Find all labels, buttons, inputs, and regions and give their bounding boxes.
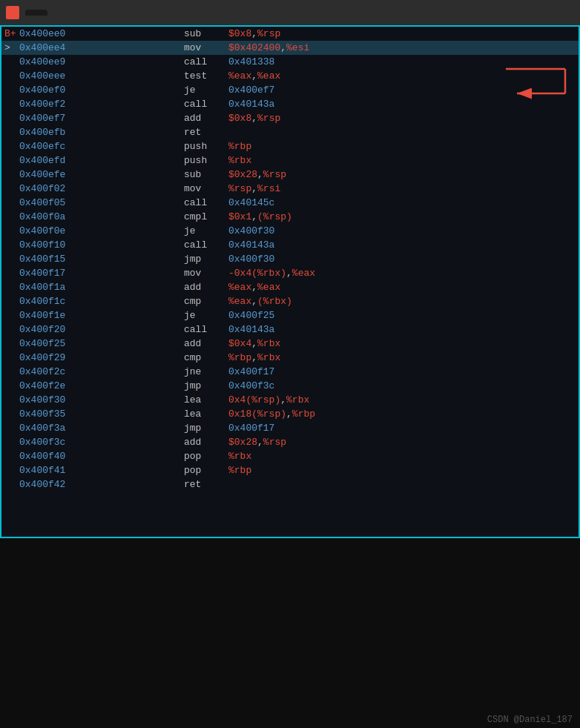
terminal-icon (6, 6, 19, 19)
row-label (85, 407, 181, 421)
row-label (85, 168, 181, 182)
row-operands: %eax,(%rbx) (225, 294, 579, 308)
row-mnemonic: add (181, 111, 225, 125)
row-operands: 0x40143a (225, 322, 579, 337)
row-mnemonic: jmp (181, 379, 225, 393)
row-mnemonic: je (181, 308, 225, 322)
table-row: 0x400f2ejmp0x400f3c (1, 379, 579, 393)
row-operands: 0x400f3c (225, 379, 579, 393)
row-mnemonic: jne (181, 365, 225, 379)
row-marker (1, 308, 18, 322)
table-row: 0x400f20call0x40143a (1, 322, 579, 337)
row-mnemonic: push (181, 153, 225, 168)
row-mnemonic: test (181, 69, 225, 83)
row-mnemonic: call (181, 238, 225, 252)
row-marker: > (1, 41, 18, 55)
row-operands: $0x8,%rsp (225, 111, 579, 125)
table-row: 0x400f15jmp0x400f30 (1, 252, 579, 266)
row-mnemonic: sub (181, 27, 225, 41)
table-row: 0x400f3cadd$0x28,%rsp (1, 435, 579, 449)
row-label (85, 210, 181, 224)
row-operands: 0x40143a (225, 97, 579, 111)
row-marker (1, 69, 18, 83)
row-operands: $0x28,%rsp (225, 168, 579, 182)
row-mnemonic: cmpl (181, 210, 225, 224)
row-label (85, 322, 181, 337)
table-row: 0x400ef0je0x400ef7 (1, 83, 579, 97)
row-marker (1, 322, 18, 337)
table-row: 0x400f1aadd%eax,%eax (1, 280, 579, 294)
row-operands: %eax,%eax (225, 280, 579, 294)
row-operands: %rbx (225, 153, 579, 168)
row-operands: 0x400f30 (225, 224, 579, 238)
row-address: 0x400f1e (18, 308, 85, 322)
row-address: 0x400f05 (18, 196, 85, 210)
row-marker (1, 294, 18, 308)
row-marker (1, 393, 18, 407)
row-label (85, 125, 181, 139)
disasm-table: B+0x400ee0sub$0x8,%rsp >0x400ee4mov$0x40… (1, 27, 579, 492)
row-mnemonic: add (181, 280, 225, 294)
row-marker (1, 55, 18, 69)
row-operands: $0x8,%rsp (225, 27, 579, 41)
row-marker (1, 111, 18, 125)
row-operands: %rsp,%rsi (225, 182, 579, 196)
row-operands: 0x18(%rsp),%rbp (225, 407, 579, 421)
row-mnemonic: je (181, 83, 225, 97)
table-row: 0x400f1eje0x400f25 (1, 308, 579, 322)
row-address: 0x400efc (18, 139, 85, 153)
row-address: 0x400f2c (18, 365, 85, 379)
row-address: 0x400efd (18, 153, 85, 168)
row-label (85, 238, 181, 252)
row-operands: %rbp,%rbx (225, 351, 579, 365)
row-operands: 0x40143a (225, 238, 579, 252)
row-label (85, 294, 181, 308)
row-mnemonic: mov (181, 41, 225, 55)
table-row: 0x400f02mov%rsp,%rsi (1, 182, 579, 196)
row-mnemonic: ret (181, 477, 225, 492)
row-mnemonic: mov (181, 182, 225, 196)
active-tab[interactable] (25, 10, 47, 16)
row-operands: 0x40145c (225, 196, 579, 210)
row-mnemonic: pop (181, 449, 225, 463)
row-operands: 0x400f30 (225, 252, 579, 266)
row-mnemonic: call (181, 97, 225, 111)
row-address: 0x400ee9 (18, 55, 85, 69)
table-row: 0x400f35lea0x18(%rsp),%rbp (1, 407, 579, 421)
row-marker (1, 196, 18, 210)
table-row: 0x400f41pop%rbp (1, 463, 579, 477)
row-address: 0x400f1a (18, 280, 85, 294)
row-operands: 0x400f25 (225, 308, 579, 322)
row-label (85, 280, 181, 294)
row-address: 0x400efb (18, 125, 85, 139)
row-operands: 0x4(%rsp),%rbx (225, 393, 579, 407)
row-marker (1, 421, 18, 435)
table-row: 0x400ef7add$0x8,%rsp (1, 111, 579, 125)
row-address: 0x400f35 (18, 407, 85, 421)
row-label (85, 393, 181, 407)
row-label (85, 182, 181, 196)
table-row: 0x400f29cmp%rbp,%rbx (1, 351, 579, 365)
row-label (85, 463, 181, 477)
row-operands (225, 125, 579, 139)
row-marker (1, 182, 18, 196)
table-row: B+0x400ee0sub$0x8,%rsp (1, 27, 579, 41)
row-marker (1, 168, 18, 182)
row-address: 0x400f41 (18, 463, 85, 477)
row-label (85, 83, 181, 97)
row-marker (1, 238, 18, 252)
row-marker (1, 252, 18, 266)
row-marker (1, 97, 18, 111)
table-row: 0x400f17mov-0x4(%rbx),%eax (1, 266, 579, 280)
row-label (85, 97, 181, 111)
row-mnemonic: jmp (181, 421, 225, 435)
disassembly-area: B+0x400ee0sub$0x8,%rsp >0x400ee4mov$0x40… (0, 25, 580, 538)
row-marker (1, 351, 18, 365)
row-marker (1, 125, 18, 139)
row-operands: 0x401338 (225, 55, 579, 69)
table-row: 0x400eeetest%eax,%eax (1, 69, 579, 83)
row-address: 0x400f0e (18, 224, 85, 238)
table-row: 0x400efdpush%rbx (1, 153, 579, 168)
table-row: 0x400f2cjne0x400f17 (1, 365, 579, 379)
row-mnemonic: cmp (181, 294, 225, 308)
